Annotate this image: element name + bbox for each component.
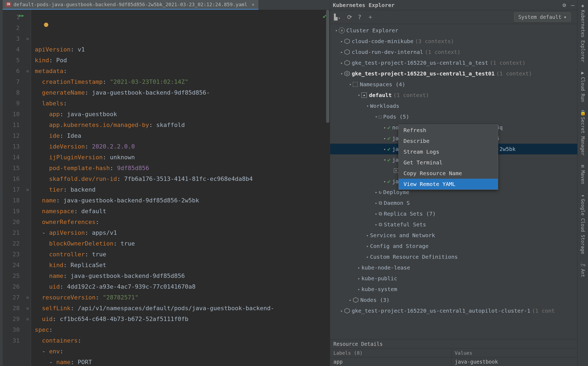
workload-icon: ⧉ xyxy=(379,219,382,230)
editor-tab[interactable]: YM default-pods-java-guestbook-backend-9… xyxy=(3,0,258,10)
rail-tab[interactable]: ◈Kubernetes Explorer xyxy=(580,3,586,62)
help-icon[interactable]: ? xyxy=(358,14,361,20)
details-col-labels: Labels (8) xyxy=(330,349,452,357)
explorer-header: Kubernetes Explorer ⚙ — xyxy=(330,0,577,10)
tree-nodes[interactable]: ▸ Nodes (3) xyxy=(330,295,577,305)
chevron-down-icon: ▾ xyxy=(564,14,567,20)
workload-icon: ⧉ xyxy=(379,208,382,219)
yaml-file-icon: YM xyxy=(5,2,11,7)
star-icon: ★ xyxy=(361,92,367,98)
explorer-pane: Kubernetes Explorer ⚙ — ▙₊ ⟳ ? ＋ System … xyxy=(330,0,577,366)
run-icon[interactable]: ▶▶ xyxy=(19,13,24,18)
cluster-icon xyxy=(344,49,350,55)
tree-cluster[interactable]: ▸gke_test-project-165220_us-central1_a_t… xyxy=(330,57,577,68)
gke-cluster-icon xyxy=(344,71,350,77)
context-menu-item[interactable]: Get Terminal xyxy=(399,157,498,168)
context-menu-item[interactable]: Stream Logs xyxy=(399,146,498,157)
editor-pane: YM default-pods-java-guestbook-backend-9… xyxy=(3,0,330,366)
rail-icon: ☁ xyxy=(581,192,584,197)
context-menu-item[interactable]: Copy Resource Name xyxy=(399,168,498,179)
code-area[interactable]: apiVersion: v1kind: Podmetadata: creatio… xyxy=(31,10,330,366)
tree-cluster[interactable]: ▸cloud-code-minikube(3 contexts) xyxy=(330,36,577,47)
right-tool-rail: ◈Kubernetes Explorer▶Cloud Run🔒Secret Ma… xyxy=(577,0,588,366)
tab-bar: YM default-pods-java-guestbook-backend-9… xyxy=(3,0,330,10)
svg-marker-5 xyxy=(353,298,358,302)
rail-tab[interactable]: ☁Google Cloud Storage xyxy=(580,192,586,254)
details-value: java-guestbook xyxy=(452,357,501,366)
explorer-toolbar: ▙₊ ⟳ ? ＋ System default ▾ xyxy=(330,10,577,24)
tree-cluster[interactable]: ▸ gke_test-project-165220_us-central1_au… xyxy=(330,305,577,316)
fold-gutter[interactable]: ⊟⊟⊟⊟⊟⊟ xyxy=(26,10,31,366)
svg-marker-2 xyxy=(345,60,350,65)
rail-tab[interactable]: 🔒Secret Manager xyxy=(580,110,586,156)
cluster-icon xyxy=(344,308,350,314)
cluster-tree[interactable]: ▾⚙ Cluster Explorer ▸cloud-code-minikube… xyxy=(330,24,577,339)
tree-workload-group[interactable]: ▸⧉Daemon S xyxy=(330,198,577,208)
workload-icon: ↻ xyxy=(379,187,382,198)
details-title: Resource Details xyxy=(330,339,577,349)
tree-cluster-active[interactable]: ▾ gke_test-project-165220_us-central1_a_… xyxy=(330,68,577,79)
namespace-icon xyxy=(353,82,358,87)
status-ok-icon: ✔ xyxy=(387,144,391,154)
context-menu-item[interactable]: Refresh xyxy=(399,125,498,136)
minimize-icon[interactable]: — xyxy=(571,2,575,8)
context-menu-item[interactable]: Describe xyxy=(399,136,498,146)
gear-icon[interactable]: ⚙ xyxy=(563,2,566,8)
svg-marker-3 xyxy=(345,71,350,76)
tree-namespace[interactable]: ▸kube-public xyxy=(330,273,577,284)
status-ok-icon: ✔ xyxy=(387,154,391,165)
tree-section[interactable]: ▸Custom Resource Definitions xyxy=(330,251,577,262)
add-icon[interactable]: ＋ xyxy=(367,13,373,21)
pods-icon: ⬚ xyxy=(379,111,382,122)
add-cluster-icon[interactable]: ▙₊ xyxy=(334,14,341,20)
details-col-values: Values xyxy=(452,349,476,357)
caret-indicator xyxy=(44,23,48,27)
svg-marker-0 xyxy=(345,39,350,44)
editor-body[interactable]: 1234567891011121314151617181920212223242… xyxy=(3,10,330,366)
status-ok-icon: ✔ xyxy=(387,133,391,144)
line-number-gutter: 1234567891011121314151617181920212223242… xyxy=(3,10,26,366)
context-dropdown[interactable]: System default ▾ xyxy=(514,12,571,22)
tree-namespace[interactable]: ▸kube-system xyxy=(330,284,577,295)
nodes-icon xyxy=(353,297,359,303)
tree-pods[interactable]: ▾⬚ Pods (5) xyxy=(330,111,577,122)
cluster-explorer-icon: ⚙ xyxy=(339,27,345,33)
tree-namespace[interactable]: ▸kube-node-lease xyxy=(330,262,577,273)
tree-section[interactable]: ▸Services and Network xyxy=(330,230,577,241)
dropdown-label: System default xyxy=(518,14,561,20)
context-menu: RefreshDescribeStream LogsGet TerminalCo… xyxy=(398,125,498,190)
resource-details-panel: Resource Details Labels (8) Values app j… xyxy=(330,339,577,366)
details-header: Labels (8) Values xyxy=(330,349,577,357)
tree-namespaces[interactable]: ▾ Namespaces (4) xyxy=(330,79,577,90)
cluster-icon xyxy=(344,38,350,44)
tree-workloads[interactable]: ▾Workloads xyxy=(330,101,577,111)
svg-point-4 xyxy=(346,72,348,74)
status-ok-icon: ✔ xyxy=(387,122,391,133)
refresh-icon[interactable]: ⟳ xyxy=(347,14,352,20)
vertical-scrollbar[interactable] xyxy=(326,10,329,123)
rail-icon: m xyxy=(581,163,584,169)
tree-cluster[interactable]: ▸cloud-run-dev-internal(1 context) xyxy=(330,47,577,57)
tree-workload-group[interactable]: ▸⧉Stateful Sets xyxy=(330,219,577,230)
rail-icon: ▶ xyxy=(581,70,584,75)
svg-marker-1 xyxy=(345,50,350,54)
status-ok-icon: ✔ xyxy=(387,176,391,187)
left-gutter-rail xyxy=(0,0,3,366)
tree-ns-default[interactable]: ▾★ default (1 context) xyxy=(330,90,577,101)
svg-marker-6 xyxy=(345,308,350,313)
tree-workload-group[interactable]: ▸⧉Replica Sets (7) xyxy=(330,208,577,219)
tree-root[interactable]: ▾⚙ Cluster Explorer xyxy=(330,25,577,36)
details-row: app java-guestbook xyxy=(330,357,577,366)
context-menu-item[interactable]: View Remote YAML xyxy=(399,179,498,189)
rail-icon: 🔒 xyxy=(580,110,586,115)
rail-tab[interactable]: 🐜Ant xyxy=(580,262,586,277)
tree-section[interactable]: ▸Config and Storage xyxy=(330,241,577,251)
rail-icon: ◈ xyxy=(581,3,584,8)
rail-tab[interactable]: mMaven xyxy=(580,163,586,184)
rail-tab[interactable]: ▶Cloud Run xyxy=(580,70,586,102)
close-icon[interactable]: × xyxy=(252,2,255,7)
details-key: app xyxy=(330,357,452,366)
rail-icon: 🐜 xyxy=(580,262,586,267)
container-icon: ⊞ xyxy=(394,168,399,173)
tab-label: default-pods-java-guestbook-backend-9df8… xyxy=(13,2,247,7)
